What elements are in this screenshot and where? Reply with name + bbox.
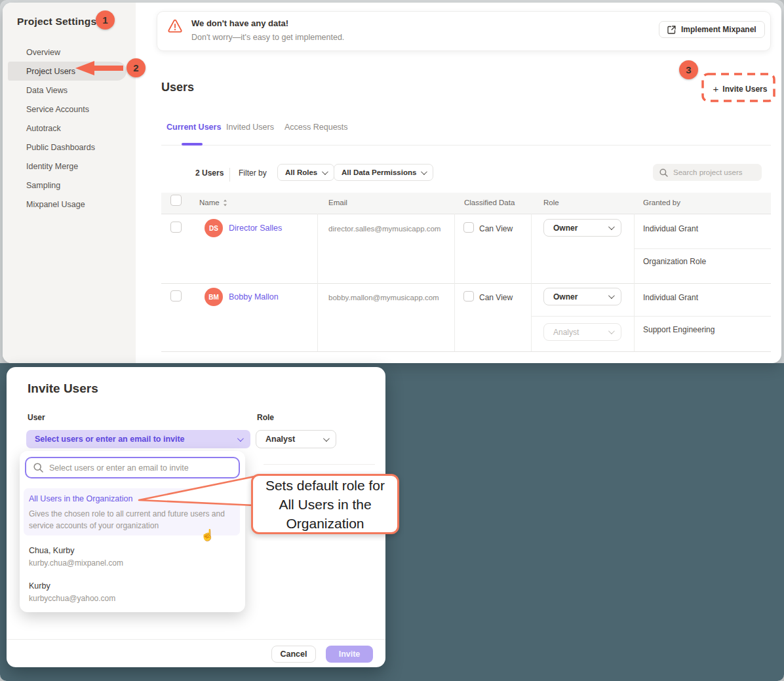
cancel-button[interactable]: Cancel: [271, 646, 316, 663]
select-all-checkbox[interactable]: [170, 195, 182, 206]
option-user-email: kurby.chua@mixpanel.com: [29, 558, 123, 568]
tabs-divider: [161, 145, 771, 146]
granted-by-value: Individual Grant: [643, 224, 698, 233]
invite-button[interactable]: Invite: [326, 646, 373, 663]
tab-invited-users[interactable]: Invited Users: [226, 123, 274, 132]
can-view-label: Can View: [479, 293, 513, 302]
implement-mixpanel-label: Implement Mixpanel: [681, 25, 756, 34]
avatar: BM: [205, 288, 223, 306]
granted-by-divider: [531, 316, 771, 317]
sidebar-item-identity-merge[interactable]: Identity Merge: [3, 157, 136, 176]
annotation-arrow-icon: [72, 58, 127, 79]
sidebar-item-mixpanel-usage[interactable]: Mixpanel Usage: [3, 195, 136, 214]
chevron-down-icon: [237, 435, 244, 442]
row-checkbox[interactable]: [170, 222, 182, 233]
chevron-down-icon: [421, 168, 427, 175]
secondary-role-select[interactable]: Analyst: [543, 323, 621, 341]
sidebar-item-service-accounts[interactable]: Service Accounts: [3, 100, 136, 119]
sidebar: Project Settings Overview Project Users …: [3, 3, 136, 363]
option-user-name[interactable]: Chua, Kurby: [29, 546, 74, 555]
column-header-email: Email: [328, 199, 347, 206]
column-header-name: Name: [199, 199, 227, 206]
step-1-badge: 1: [96, 10, 115, 29]
step-2-badge: 2: [127, 58, 146, 77]
can-view-checkbox[interactable]: [463, 291, 474, 302]
user-select-value: Select users or enter an email to invite: [35, 435, 185, 444]
plus-icon: +: [713, 83, 719, 94]
column-header-classified-data: Classified Data: [464, 199, 515, 206]
table-grid-line: [161, 351, 771, 352]
modal-footer-divider: [7, 639, 385, 640]
can-view-label: Can View: [479, 224, 513, 233]
table-column-line: [454, 214, 455, 351]
users-count: 2 Users: [195, 168, 224, 178]
chevron-down-icon: [608, 328, 615, 334]
column-header-role: Role: [543, 199, 559, 206]
user-email: bobby.mallon@mymusicapp.com: [328, 294, 439, 302]
tab-access-requests[interactable]: Access Requests: [284, 123, 348, 132]
toolbar-separator: [229, 168, 230, 182]
warning-icon: [167, 19, 183, 33]
table-grid-line: [161, 283, 771, 284]
invite-users-button-label: Invite Users: [722, 85, 767, 94]
user-email: director.salles@mymusicapp.com: [328, 225, 441, 233]
tab-current-users[interactable]: Current Users: [167, 123, 221, 132]
modal-role-select[interactable]: Analyst: [256, 430, 336, 448]
modal-role-value: Analyst: [265, 435, 295, 444]
role-select[interactable]: Owner: [543, 288, 621, 305]
sort-icon[interactable]: [223, 199, 227, 206]
sidebar-title: Project Settings: [17, 16, 96, 28]
user-name-link[interactable]: Director Salles: [229, 224, 282, 233]
permissions-filter-label: All Data Permissions: [342, 168, 416, 176]
chevron-down-icon: [608, 292, 615, 299]
active-tab-underline: [182, 143, 203, 146]
avatar: DS: [205, 219, 223, 237]
page-title: Users: [161, 81, 194, 94]
granted-by-value: Individual Grant: [643, 293, 698, 302]
project-settings-window: Project Settings Overview Project Users …: [3, 3, 781, 363]
option-user-email: kurbycchua@yahoo.com: [29, 594, 115, 603]
step-3-badge: 3: [679, 60, 698, 79]
roles-filter-button[interactable]: All Roles: [277, 164, 334, 181]
user-field-label: User: [28, 413, 45, 422]
role-field-label: Role: [257, 413, 274, 422]
table-column-line: [317, 214, 318, 351]
option-user-name[interactable]: Kurby: [29, 581, 50, 591]
can-view-checkbox[interactable]: [463, 222, 474, 233]
row-checkbox[interactable]: [170, 290, 182, 302]
external-link-icon: [667, 26, 676, 34]
user-name-link[interactable]: Bobby Mallon: [229, 292, 279, 302]
invite-users-button[interactable]: + Invite Users: [708, 80, 772, 98]
permissions-filter-button[interactable]: All Data Permissions: [334, 164, 433, 181]
table-column-line: [531, 214, 532, 351]
column-header-granted-by: Granted by: [643, 199, 680, 206]
user-select-dropdown[interactable]: Select users or enter an email to invite: [26, 430, 250, 448]
chevron-down-icon: [608, 224, 615, 230]
chevron-down-icon: [322, 168, 328, 175]
modal-title: Invite Users: [28, 381, 98, 396]
implement-mixpanel-button[interactable]: Implement Mixpanel: [659, 21, 765, 38]
sidebar-item-autotrack[interactable]: Autotrack: [3, 119, 136, 138]
search-icon: [659, 168, 668, 177]
roles-filter-label: All Roles: [285, 168, 317, 176]
hand-cursor-icon: ☝: [201, 528, 214, 542]
sidebar-item-public-dashboards[interactable]: Public Dashboards: [3, 138, 136, 157]
search-project-users-input[interactable]: [673, 168, 755, 176]
modal-divider: [264, 464, 375, 465]
banner-subtitle: Don't worry—it's easy to get implemented…: [191, 33, 344, 42]
granted-by-divider: [634, 248, 771, 249]
sidebar-item-sampling[interactable]: Sampling: [3, 176, 136, 195]
support-engineering-link[interactable]: Support Engineering: [643, 325, 715, 334]
callout-text: Sets default role for All Users in the O…: [258, 476, 392, 533]
role-select[interactable]: Owner: [543, 219, 621, 237]
sidebar-item-data-views[interactable]: Data Views: [3, 81, 136, 100]
project-users-search: [653, 164, 762, 181]
organization-role-link[interactable]: Organization Role: [643, 257, 706, 266]
screenshot-page: Project Settings Overview Project Users …: [0, 0, 784, 681]
chevron-down-icon: [323, 435, 330, 442]
all-users-org-link[interactable]: All Users in the Organization: [29, 494, 132, 503]
no-data-banner: We don't have any data! Don't worry—it's…: [157, 11, 771, 51]
callout-tail: [134, 469, 256, 511]
table-grid-line: [161, 214, 771, 214]
search-icon: [33, 463, 43, 473]
